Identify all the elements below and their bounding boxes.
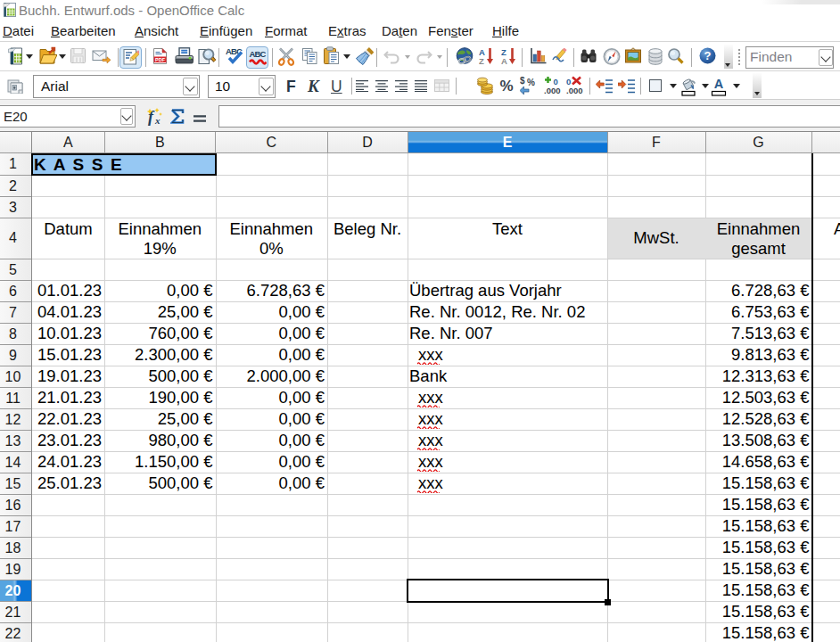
svg-text:%: % (527, 78, 535, 87)
svg-text:Z: Z (479, 56, 484, 66)
svg-text:?: ? (704, 49, 712, 62)
svg-text:A: A (501, 56, 507, 66)
svg-text:ABC: ABC (249, 49, 266, 59)
svg-text:PDF: PDF (155, 57, 166, 62)
svg-text:A: A (714, 77, 724, 91)
svg-text:.000: .000 (544, 86, 561, 95)
svg-text:x: x (154, 115, 161, 126)
svg-text:.000: .000 (566, 86, 583, 95)
svg-text:0: 0 (553, 77, 557, 86)
svg-text:$: $ (520, 76, 525, 86)
svg-text:0: 0 (566, 77, 571, 86)
